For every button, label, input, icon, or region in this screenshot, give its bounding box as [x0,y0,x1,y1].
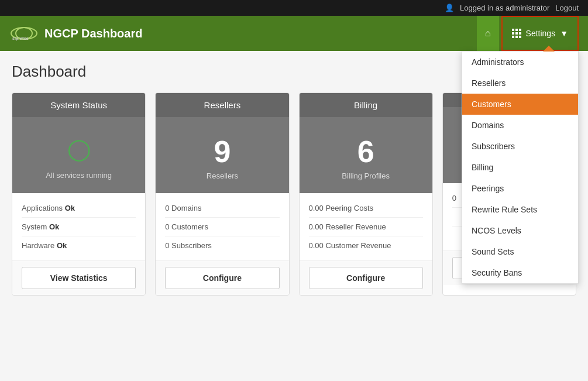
resellers-header: Resellers [156,93,288,117]
system-status-header: System Status [12,93,145,117]
billing-configure-button[interactable]: Configure [309,267,423,289]
menu-item-subscribers[interactable]: Subscribers [462,136,578,157]
home-icon: ⌂ [485,28,491,39]
menu-item-billing[interactable]: Billing [462,157,578,178]
logout-link[interactable]: Logout [555,4,579,12]
billing-stats: 0.00 Peering Costs 0.00 Reseller Revenue… [300,193,432,260]
settings-dropdown-container: Settings ▼ Administrators Resellers Cust… [501,16,579,51]
logged-in-text: Logged in as administrator [460,4,549,12]
home-button[interactable]: ⌂ [477,16,499,51]
billing-body: 6 Billing Profiles [300,117,432,193]
resellers-card: Resellers 9 Resellers 0 Domains 0 Custom… [155,92,289,296]
stat-reseller-revenue: 0.00 Reseller Revenue [309,218,423,236]
stat-hardware: Hardware Ok [22,236,136,255]
resellers-configure-button[interactable]: Configure [165,267,279,289]
stat-system-value: Ok [49,222,59,231]
customers-count: 0 [165,222,169,231]
navbar-right: ⌂ Settings ▼ Administrators Resellers Cu… [477,16,579,51]
svg-text:sip:wise: sip:wise [12,36,29,41]
menu-item-peerings[interactable]: Peerings [462,178,578,199]
stat-applications: Applications Ok [22,199,136,218]
menu-item-sound-sets[interactable]: Sound Sets [462,241,578,262]
user-icon: 👤 [445,4,454,12]
resellers-count: 9 [214,136,231,167]
menu-item-security-bans[interactable]: Security Bans [462,262,578,283]
top-bar: 👤 Logged in as administrator Logout [0,0,588,16]
grid-icon [512,29,521,38]
resellers-unit: Resellers [207,171,238,180]
billing-unit: Billing Profiles [342,171,390,180]
system-status-card: System Status ◯ All services running App… [12,92,146,296]
navbar: sip:wise NGCP Dashboard ⌂ Settings ▼ Adm… [0,16,588,51]
system-status-body: ◯ All services running [12,117,145,193]
brand-name: NGCP Dashboard [44,27,142,40]
billing-card: Billing 6 Billing Profiles 0.00 Peering … [299,92,433,296]
system-status-stats: Applications Ok System Ok Hardware Ok [12,193,145,260]
billing-count: 6 [357,136,374,167]
domains-count: 0 [165,204,169,212]
resellers-footer: Configure [156,260,288,295]
menu-item-rewrite-rule-sets[interactable]: Rewrite Rule Sets [462,199,578,220]
stat-domains: 0 Domains [165,199,279,218]
logo-icon: sip:wise [9,25,39,42]
stat-customers: 0 Customers [165,218,279,236]
stat-peering-costs: 0.00 Peering Costs [309,199,423,218]
resellers-stats: 0 Domains 0 Customers 0 Subscribers [156,193,288,260]
brand: sip:wise NGCP Dashboard [9,25,142,42]
menu-item-resellers[interactable]: Resellers [462,73,578,94]
menu-item-ncos-levels[interactable]: NCOS Levels [462,220,578,241]
stat-customer-revenue: 0.00 Customer Revenue [309,236,423,255]
menu-item-customers[interactable]: Customers [462,94,578,115]
status-running-icon: ◯ [67,137,91,162]
resellers-body: 9 Resellers [156,117,288,193]
stat-hardware-value: Ok [57,241,67,250]
settings-label: Settings [526,29,556,38]
dropdown-arrow [543,46,555,52]
chevron-down-icon: ▼ [560,29,568,38]
settings-button[interactable]: Settings ▼ [501,16,579,51]
billing-footer: Configure [300,260,432,295]
stat-system: System Ok [22,218,136,236]
customer-revenue-value: 0.00 [309,241,324,250]
status-running-text: All services running [46,171,112,180]
view-statistics-button[interactable]: View Statistics [22,267,136,289]
stat-applications-value: Ok [65,204,75,212]
system-status-footer: View Statistics [12,260,145,295]
reseller-revenue-value: 0.00 [309,222,324,231]
peering-costs-value: 0.00 [309,204,324,212]
settings-dropdown-menu: Administrators Resellers Customers Domai… [462,51,579,284]
billing-header: Billing [300,93,432,117]
subscribers-count: 0 [165,241,169,250]
menu-item-domains[interactable]: Domains [462,115,578,136]
menu-item-administrators[interactable]: Administrators [462,52,578,73]
stat-subscribers: 0 Subscribers [165,236,279,255]
